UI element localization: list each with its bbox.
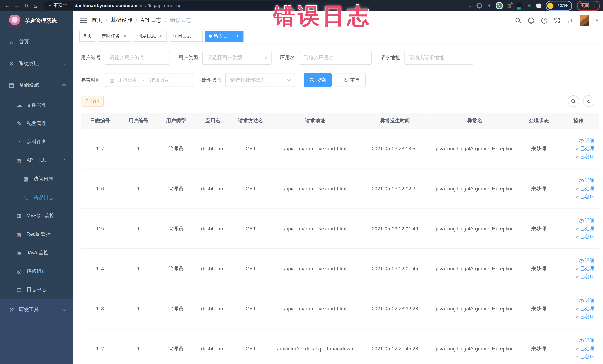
user-type-select[interactable]: 请选择用户类型 xyxy=(202,51,271,65)
profile-paused-chip[interactable]: ☺ 已暂停 xyxy=(546,0,572,11)
user-id-input[interactable]: 请输入用户编号 xyxy=(104,51,170,65)
sidebar-item-日志中心[interactable]: ▤日志中心 xyxy=(0,280,73,299)
sidebar-item-配置管理[interactable]: ✎配置管理 xyxy=(0,114,73,133)
ignored-link[interactable]: ✓已忽略 xyxy=(575,153,594,160)
detail-link[interactable]: 详细 xyxy=(579,297,594,304)
cell-user_id: 1 xyxy=(119,249,158,289)
ignored-link[interactable]: ✓已忽略 xyxy=(575,354,594,360)
cell-actions: 详细✓已处理✓已忽略 xyxy=(557,329,599,364)
github-icon[interactable] xyxy=(528,17,534,24)
extension-green-v-icon[interactable]: V xyxy=(496,3,502,9)
export-button[interactable]: ↧ 导出 xyxy=(81,96,104,107)
breadcrumb-item-基础设施[interactable]: 基础设施 xyxy=(111,17,132,24)
address-bar[interactable]: ⚠ 不安全 dashboard.yudao.iocoder.cn/infra/l… xyxy=(43,1,291,10)
app-name-input[interactable]: 请输入应用名 xyxy=(299,51,372,65)
view-icon xyxy=(579,299,584,303)
cell-time: 2021-05-03 23:13:51 xyxy=(360,129,429,169)
check-icon: ✓ xyxy=(575,266,579,271)
tag-首页[interactable]: 首页 xyxy=(79,31,95,42)
request-url-input[interactable]: 请输入请求地址 xyxy=(404,51,473,65)
process-status-select[interactable]: 请选择处理状态 xyxy=(225,73,295,87)
app-logo-row[interactable]: 芋道管理系统 xyxy=(0,11,73,31)
sidebar-item-文件管理[interactable]: ☁文件管理 xyxy=(0,96,73,114)
sidebar-item-系统管理[interactable]: ⚙系统管理 xyxy=(0,53,73,74)
sidebar-item-label: MySQL 监控 xyxy=(26,212,54,219)
check-icon: ✓ xyxy=(575,154,579,159)
tag-调度日志[interactable]: 调度日志× xyxy=(134,31,167,42)
tag-错误日志[interactable]: 错误日志× xyxy=(205,31,244,42)
sidebar-item-基础设施[interactable]: ▤基础设施 xyxy=(0,74,73,96)
detail-link[interactable]: 详细 xyxy=(579,177,594,184)
browser-home-icon[interactable]: ⌂ xyxy=(31,2,40,9)
reload-icon[interactable]: ↻ xyxy=(22,2,31,9)
sidebar-item-首页[interactable]: ⌂首页 xyxy=(0,31,73,53)
browser-update-button[interactable]: 更新 ⋮ xyxy=(577,0,600,11)
sidebar-item-访问日志[interactable]: ▨访问日志 xyxy=(0,170,73,188)
sidebar-item-Java-监控[interactable]: ▣Java 监控 xyxy=(0,244,73,262)
sidebar-item-定时任务[interactable]: ◔定时任务 xyxy=(0,133,73,151)
back-icon[interactable]: ← xyxy=(3,2,12,9)
extensions-puzzle-icon[interactable] xyxy=(536,3,541,8)
tag-close-icon[interactable]: × xyxy=(158,33,163,39)
check-icon: ✓ xyxy=(575,186,579,191)
detail-link[interactable]: 详细 xyxy=(579,137,594,144)
extension-switch-on-icon[interactable] xyxy=(516,3,522,9)
forward-icon[interactable]: → xyxy=(12,2,22,9)
toggle-search-button[interactable] xyxy=(568,95,579,107)
collapse-sidebar-icon[interactable] xyxy=(80,18,87,23)
action-label: 已忽略 xyxy=(580,273,594,280)
cell-id: 115 xyxy=(81,209,119,249)
processed-link[interactable]: ✓已处理 xyxy=(575,265,594,272)
processed-link[interactable]: ✓已处理 xyxy=(575,186,594,192)
extension-grid-icon[interactable]: ▦ xyxy=(506,3,512,9)
help-icon[interactable]: ? xyxy=(541,17,548,24)
fullscreen-icon[interactable] xyxy=(554,17,561,24)
tag-访问日志[interactable]: 访问日志× xyxy=(170,31,203,42)
avatar-caret-down-icon[interactable] xyxy=(595,20,599,21)
tag-label: 访问日志 xyxy=(173,33,192,39)
tag-定时任务[interactable]: 定时任务× xyxy=(98,31,131,42)
sidebar-item-链路追踪[interactable]: ◎链路追踪 xyxy=(0,262,73,281)
search-button[interactable]: 搜索 xyxy=(304,73,332,87)
tag-label: 定时任务 xyxy=(102,33,120,39)
search-icon[interactable] xyxy=(515,17,522,24)
app-name-label: 应用名 xyxy=(280,54,295,61)
sidebar-item-API-日志[interactable]: ▧API 日志 xyxy=(0,151,73,170)
extension-shield-icon[interactable]: ▼ xyxy=(487,3,492,9)
reset-button[interactable]: ↻ 重置 xyxy=(338,73,366,87)
user-avatar[interactable] xyxy=(580,15,589,26)
extension-leaf-icon[interactable]: ♣ xyxy=(526,3,532,9)
sidebar-item-MySQL-监控[interactable]: ▦MySQL 监控 xyxy=(0,207,73,225)
filter-row-2: 异常时间 ▦ 开始日期 - 结束日期 处理状态 请选择处理状态 搜索 xyxy=(81,73,595,87)
ignored-link[interactable]: ✓已忽略 xyxy=(575,234,594,240)
sidebar-item-研发工具[interactable]: ⚒研发工具 xyxy=(0,299,73,320)
refresh-button[interactable]: ↻ xyxy=(583,95,594,107)
processed-link[interactable]: ✓已处理 xyxy=(575,305,594,312)
sidebar-item-错误日志[interactable]: ▨错误日志 xyxy=(0,188,73,207)
tag-close-icon[interactable]: × xyxy=(235,33,240,39)
breadcrumb-item-API-日志[interactable]: API 日志 xyxy=(141,17,162,24)
bookmark-star-icon[interactable]: ☆ xyxy=(468,3,472,9)
cell-status: 未处理 xyxy=(520,329,557,364)
ignored-link[interactable]: ✓已忽略 xyxy=(575,194,594,200)
ignored-link[interactable]: ✓已忽略 xyxy=(575,273,594,280)
detail-link[interactable]: 详细 xyxy=(579,257,594,264)
sidebar-item-label: 访问日志 xyxy=(33,176,53,182)
table-tools: ↻ xyxy=(568,95,594,107)
exception-time-range-input[interactable]: ▦ 开始日期 - 结束日期 xyxy=(104,73,193,87)
tag-close-icon[interactable]: × xyxy=(194,33,199,39)
detail-link[interactable]: 详细 xyxy=(579,217,594,224)
update-label: 更新 xyxy=(580,2,590,9)
processed-link[interactable]: ✓已处理 xyxy=(575,225,594,232)
extension-orange-icon[interactable] xyxy=(476,3,482,9)
sidebar: 芋道管理系统 ⌂首页⚙系统管理▤基础设施☁文件管理✎配置管理◔定时任务▧API … xyxy=(0,11,73,364)
font-size-icon[interactable]: TT xyxy=(567,17,574,24)
ignored-link[interactable]: ✓已忽略 xyxy=(575,314,594,320)
tag-close-icon[interactable]: × xyxy=(122,33,128,39)
breadcrumb-item-首页[interactable]: 首页 xyxy=(92,17,102,24)
sidebar-item-Redis-监控[interactable]: ▩Redis 监控 xyxy=(0,225,73,244)
action-label: 已处理 xyxy=(580,186,594,192)
processed-link[interactable]: ✓已处理 xyxy=(575,145,594,152)
processed-link[interactable]: ✓已处理 xyxy=(575,345,594,352)
detail-link[interactable]: 详细 xyxy=(579,337,594,344)
